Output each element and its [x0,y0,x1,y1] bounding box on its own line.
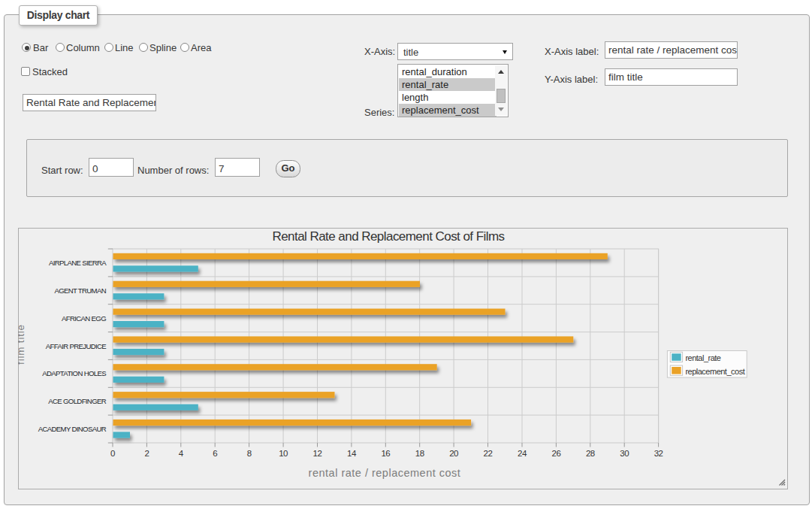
svg-text:6: 6 [213,449,217,458]
svg-text:28: 28 [586,449,595,458]
svg-text:16: 16 [381,449,390,458]
svg-text:AFFAIR PREJUDICE: AFFAIR PREJUDICE [46,342,106,350]
svg-text:replacement_cost: replacement_cost [685,367,744,376]
svg-text:14: 14 [347,449,357,458]
svg-text:ADAPTATION HOLES: ADAPTATION HOLES [42,369,106,377]
svg-text:4: 4 [179,449,184,458]
svg-text:AFRICAN EGG: AFRICAN EGG [62,314,106,323]
svg-text:30: 30 [620,449,629,458]
svg-text:18: 18 [415,449,424,458]
svg-text:2: 2 [144,449,149,458]
svg-text:20: 20 [449,449,458,458]
svg-text:film title: film title [18,324,26,365]
svg-text:ACE GOLDFINGER: ACE GOLDFINGER [48,397,106,405]
svg-text:Rental Rate and Replacement Co: Rental Rate and Replacement Cost of Film… [272,229,504,244]
svg-text:rental rate / replacement cost: rental rate / replacement cost [309,467,461,479]
svg-text:12: 12 [313,449,322,458]
svg-text:8: 8 [247,449,252,458]
svg-text:ACADEMY DINOSAUR: ACADEMY DINOSAUR [38,425,107,433]
svg-text:AIRPLANE SIERRA: AIRPLANE SIERRA [49,259,107,267]
svg-text:26: 26 [552,449,561,458]
svg-text:10: 10 [279,449,288,458]
svg-text:24: 24 [518,449,527,458]
svg-text:rental_rate: rental_rate [685,353,720,362]
svg-text:22: 22 [484,449,493,458]
svg-text:32: 32 [654,449,663,458]
svg-text:0: 0 [110,449,115,458]
svg-text:AGENT TRUMAN: AGENT TRUMAN [54,286,106,295]
